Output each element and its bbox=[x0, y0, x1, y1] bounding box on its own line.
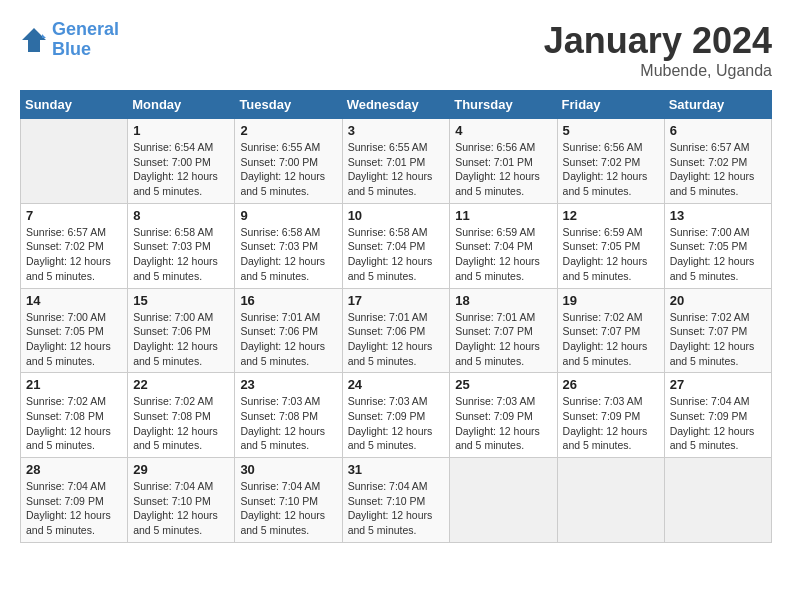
weekday-header: Thursday bbox=[450, 91, 557, 119]
day-info: Sunrise: 7:01 AMSunset: 7:06 PMDaylight:… bbox=[240, 310, 336, 369]
calendar-cell: 9Sunrise: 6:58 AMSunset: 7:03 PMDaylight… bbox=[235, 203, 342, 288]
calendar-cell: 17Sunrise: 7:01 AMSunset: 7:06 PMDayligh… bbox=[342, 288, 450, 373]
day-info: Sunrise: 7:04 AMSunset: 7:09 PMDaylight:… bbox=[26, 479, 122, 538]
day-number: 20 bbox=[670, 293, 766, 308]
weekday-header: Sunday bbox=[21, 91, 128, 119]
day-number: 21 bbox=[26, 377, 122, 392]
calendar-cell: 26Sunrise: 7:03 AMSunset: 7:09 PMDayligh… bbox=[557, 373, 664, 458]
calendar-cell bbox=[21, 119, 128, 204]
day-info: Sunrise: 7:03 AMSunset: 7:09 PMDaylight:… bbox=[348, 394, 445, 453]
day-number: 27 bbox=[670, 377, 766, 392]
day-info: Sunrise: 6:54 AMSunset: 7:00 PMDaylight:… bbox=[133, 140, 229, 199]
day-info: Sunrise: 7:03 AMSunset: 7:09 PMDaylight:… bbox=[563, 394, 659, 453]
day-number: 15 bbox=[133, 293, 229, 308]
calendar-cell: 18Sunrise: 7:01 AMSunset: 7:07 PMDayligh… bbox=[450, 288, 557, 373]
day-info: Sunrise: 6:55 AMSunset: 7:01 PMDaylight:… bbox=[348, 140, 445, 199]
day-number: 28 bbox=[26, 462, 122, 477]
day-info: Sunrise: 6:59 AMSunset: 7:04 PMDaylight:… bbox=[455, 225, 551, 284]
calendar-cell: 27Sunrise: 7:04 AMSunset: 7:09 PMDayligh… bbox=[664, 373, 771, 458]
weekday-header: Saturday bbox=[664, 91, 771, 119]
weekday-header: Monday bbox=[128, 91, 235, 119]
day-info: Sunrise: 6:56 AMSunset: 7:02 PMDaylight:… bbox=[563, 140, 659, 199]
calendar-cell: 15Sunrise: 7:00 AMSunset: 7:06 PMDayligh… bbox=[128, 288, 235, 373]
calendar-cell: 7Sunrise: 6:57 AMSunset: 7:02 PMDaylight… bbox=[21, 203, 128, 288]
day-number: 1 bbox=[133, 123, 229, 138]
calendar-cell: 14Sunrise: 7:00 AMSunset: 7:05 PMDayligh… bbox=[21, 288, 128, 373]
title-block: January 2024 Mubende, Uganda bbox=[544, 20, 772, 80]
day-number: 17 bbox=[348, 293, 445, 308]
day-info: Sunrise: 7:02 AMSunset: 7:08 PMDaylight:… bbox=[133, 394, 229, 453]
weekday-header: Tuesday bbox=[235, 91, 342, 119]
calendar-cell: 10Sunrise: 6:58 AMSunset: 7:04 PMDayligh… bbox=[342, 203, 450, 288]
day-number: 4 bbox=[455, 123, 551, 138]
day-info: Sunrise: 7:04 AMSunset: 7:10 PMDaylight:… bbox=[348, 479, 445, 538]
day-number: 31 bbox=[348, 462, 445, 477]
page-header: General Blue January 2024 Mubende, Ugand… bbox=[20, 20, 772, 80]
day-info: Sunrise: 6:57 AMSunset: 7:02 PMDaylight:… bbox=[26, 225, 122, 284]
weekday-header: Friday bbox=[557, 91, 664, 119]
day-number: 19 bbox=[563, 293, 659, 308]
day-number: 23 bbox=[240, 377, 336, 392]
calendar-cell: 22Sunrise: 7:02 AMSunset: 7:08 PMDayligh… bbox=[128, 373, 235, 458]
calendar-cell: 29Sunrise: 7:04 AMSunset: 7:10 PMDayligh… bbox=[128, 458, 235, 543]
day-number: 8 bbox=[133, 208, 229, 223]
day-number: 9 bbox=[240, 208, 336, 223]
day-number: 16 bbox=[240, 293, 336, 308]
day-number: 10 bbox=[348, 208, 445, 223]
calendar-cell: 11Sunrise: 6:59 AMSunset: 7:04 PMDayligh… bbox=[450, 203, 557, 288]
day-number: 7 bbox=[26, 208, 122, 223]
weekday-header-row: SundayMondayTuesdayWednesdayThursdayFrid… bbox=[21, 91, 772, 119]
day-info: Sunrise: 7:04 AMSunset: 7:10 PMDaylight:… bbox=[240, 479, 336, 538]
day-info: Sunrise: 6:57 AMSunset: 7:02 PMDaylight:… bbox=[670, 140, 766, 199]
calendar-cell: 6Sunrise: 6:57 AMSunset: 7:02 PMDaylight… bbox=[664, 119, 771, 204]
calendar-week-row: 21Sunrise: 7:02 AMSunset: 7:08 PMDayligh… bbox=[21, 373, 772, 458]
day-number: 30 bbox=[240, 462, 336, 477]
day-number: 29 bbox=[133, 462, 229, 477]
calendar-cell: 19Sunrise: 7:02 AMSunset: 7:07 PMDayligh… bbox=[557, 288, 664, 373]
day-number: 3 bbox=[348, 123, 445, 138]
calendar-cell: 8Sunrise: 6:58 AMSunset: 7:03 PMDaylight… bbox=[128, 203, 235, 288]
calendar-week-row: 14Sunrise: 7:00 AMSunset: 7:05 PMDayligh… bbox=[21, 288, 772, 373]
day-info: Sunrise: 7:04 AMSunset: 7:09 PMDaylight:… bbox=[670, 394, 766, 453]
day-info: Sunrise: 6:58 AMSunset: 7:03 PMDaylight:… bbox=[133, 225, 229, 284]
logo: General Blue bbox=[20, 20, 119, 60]
day-number: 14 bbox=[26, 293, 122, 308]
calendar-week-row: 7Sunrise: 6:57 AMSunset: 7:02 PMDaylight… bbox=[21, 203, 772, 288]
day-info: Sunrise: 7:01 AMSunset: 7:06 PMDaylight:… bbox=[348, 310, 445, 369]
day-info: Sunrise: 7:00 AMSunset: 7:05 PMDaylight:… bbox=[670, 225, 766, 284]
calendar-cell: 2Sunrise: 6:55 AMSunset: 7:00 PMDaylight… bbox=[235, 119, 342, 204]
calendar-cell: 24Sunrise: 7:03 AMSunset: 7:09 PMDayligh… bbox=[342, 373, 450, 458]
day-info: Sunrise: 7:00 AMSunset: 7:05 PMDaylight:… bbox=[26, 310, 122, 369]
day-number: 18 bbox=[455, 293, 551, 308]
day-info: Sunrise: 7:02 AMSunset: 7:07 PMDaylight:… bbox=[563, 310, 659, 369]
calendar-week-row: 28Sunrise: 7:04 AMSunset: 7:09 PMDayligh… bbox=[21, 458, 772, 543]
day-info: Sunrise: 7:02 AMSunset: 7:08 PMDaylight:… bbox=[26, 394, 122, 453]
day-info: Sunrise: 6:59 AMSunset: 7:05 PMDaylight:… bbox=[563, 225, 659, 284]
day-info: Sunrise: 7:03 AMSunset: 7:09 PMDaylight:… bbox=[455, 394, 551, 453]
calendar-cell: 13Sunrise: 7:00 AMSunset: 7:05 PMDayligh… bbox=[664, 203, 771, 288]
svg-marker-0 bbox=[22, 28, 46, 52]
calendar-title: January 2024 bbox=[544, 20, 772, 62]
calendar-cell bbox=[450, 458, 557, 543]
day-number: 12 bbox=[563, 208, 659, 223]
day-info: Sunrise: 6:56 AMSunset: 7:01 PMDaylight:… bbox=[455, 140, 551, 199]
calendar-cell: 3Sunrise: 6:55 AMSunset: 7:01 PMDaylight… bbox=[342, 119, 450, 204]
day-number: 11 bbox=[455, 208, 551, 223]
day-info: Sunrise: 7:04 AMSunset: 7:10 PMDaylight:… bbox=[133, 479, 229, 538]
calendar-cell: 5Sunrise: 6:56 AMSunset: 7:02 PMDaylight… bbox=[557, 119, 664, 204]
day-info: Sunrise: 7:02 AMSunset: 7:07 PMDaylight:… bbox=[670, 310, 766, 369]
day-number: 6 bbox=[670, 123, 766, 138]
calendar-week-row: 1Sunrise: 6:54 AMSunset: 7:00 PMDaylight… bbox=[21, 119, 772, 204]
calendar-cell: 21Sunrise: 7:02 AMSunset: 7:08 PMDayligh… bbox=[21, 373, 128, 458]
day-number: 25 bbox=[455, 377, 551, 392]
logo-text: General Blue bbox=[52, 20, 119, 60]
calendar-cell: 30Sunrise: 7:04 AMSunset: 7:10 PMDayligh… bbox=[235, 458, 342, 543]
day-number: 22 bbox=[133, 377, 229, 392]
calendar-cell bbox=[557, 458, 664, 543]
calendar-cell: 28Sunrise: 7:04 AMSunset: 7:09 PMDayligh… bbox=[21, 458, 128, 543]
calendar-cell: 25Sunrise: 7:03 AMSunset: 7:09 PMDayligh… bbox=[450, 373, 557, 458]
day-number: 24 bbox=[348, 377, 445, 392]
calendar-subtitle: Mubende, Uganda bbox=[544, 62, 772, 80]
calendar-table: SundayMondayTuesdayWednesdayThursdayFrid… bbox=[20, 90, 772, 543]
day-number: 13 bbox=[670, 208, 766, 223]
